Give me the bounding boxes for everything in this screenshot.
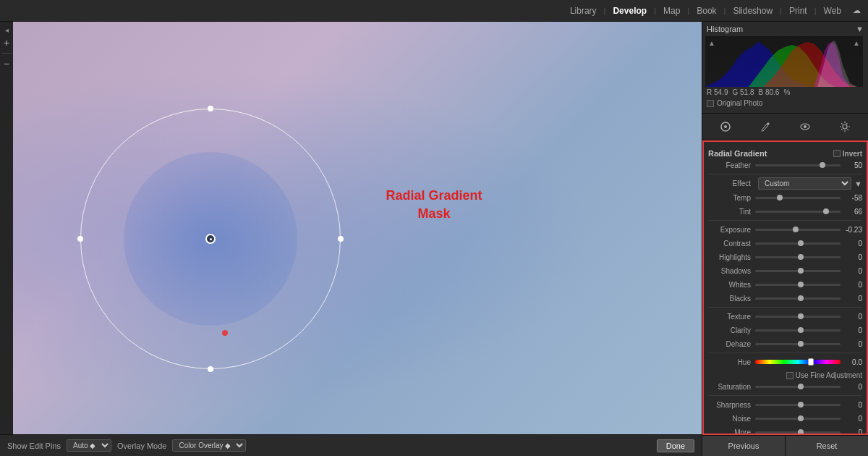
feather-thumb[interactable] bbox=[820, 162, 825, 168]
clarity-thumb[interactable] bbox=[798, 327, 804, 333]
show-edit-pins-select[interactable]: Auto ◆ bbox=[67, 439, 111, 452]
clarity-slider[interactable] bbox=[755, 329, 841, 332]
tint-thumb[interactable] bbox=[823, 208, 829, 214]
temp-slider[interactable] bbox=[755, 197, 841, 199]
hue-value: 0.0 bbox=[841, 358, 862, 366]
texture-thumb[interactable] bbox=[798, 313, 804, 319]
histogram-menu-icon[interactable]: ▼ bbox=[856, 25, 864, 33]
blacks-label: Blacks bbox=[708, 295, 755, 303]
svg-point-5 bbox=[843, 124, 847, 129]
nav-develop[interactable]: Develop bbox=[613, 6, 647, 16]
contrast-thumb[interactable] bbox=[798, 240, 804, 246]
clarity-label: Clarity bbox=[708, 326, 755, 334]
nav-map[interactable]: Map bbox=[663, 6, 680, 16]
texture-slider[interactable] bbox=[755, 316, 841, 318]
use-fine-checkbox[interactable] bbox=[786, 372, 793, 379]
radial-ctrl-rotate[interactable] bbox=[222, 330, 228, 336]
bottom-left-controls: Show Edit Pins Auto ◆ Overlay Mode Color… bbox=[7, 439, 246, 452]
nav-print[interactable]: Print bbox=[789, 6, 807, 16]
whites-slider[interactable] bbox=[755, 284, 841, 286]
bottom-right-controls: Done bbox=[657, 439, 694, 452]
radial-ctrl-left[interactable] bbox=[77, 236, 83, 242]
overlay-mode-select[interactable]: Color Overlay ◆ bbox=[172, 439, 246, 452]
blacks-thumb[interactable] bbox=[798, 295, 804, 301]
underexpose-warning[interactable]: ▲ bbox=[708, 39, 715, 47]
cloud-icon[interactable]: ☁ bbox=[853, 6, 861, 15]
invert-checkbox[interactable] bbox=[833, 150, 841, 157]
noise-value: 0 bbox=[841, 415, 862, 423]
effect-arrow[interactable]: ▼ bbox=[854, 180, 862, 188]
contrast-label: Contrast bbox=[708, 240, 755, 248]
saturation-slider[interactable] bbox=[755, 386, 841, 388]
expand-left-icon[interactable]: ◂ bbox=[5, 26, 9, 34]
contrast-value: 0 bbox=[841, 240, 862, 248]
saturation-thumb[interactable] bbox=[798, 384, 804, 389]
noise-label: Noise bbox=[708, 415, 755, 423]
exposure-thumb[interactable] bbox=[793, 227, 799, 232]
blacks-row: Blacks 0 bbox=[708, 292, 862, 304]
tint-value: 66 bbox=[841, 208, 862, 216]
exposure-label: Exposure bbox=[708, 226, 755, 234]
noise-thumb[interactable] bbox=[798, 415, 804, 421]
feather-slider[interactable] bbox=[755, 164, 841, 166]
highlights-slider[interactable] bbox=[755, 256, 841, 258]
whites-label: Whites bbox=[708, 281, 755, 289]
temp-thumb[interactable] bbox=[777, 195, 783, 200]
highlights-label: Highlights bbox=[708, 253, 755, 261]
blacks-slider[interactable] bbox=[755, 297, 841, 300]
original-photo-row: Original Photo bbox=[705, 98, 865, 110]
histogram-section: Histogram ▼ bbox=[702, 22, 868, 114]
nav-book[interactable]: Book bbox=[697, 6, 716, 16]
sharpness-thumb[interactable] bbox=[798, 402, 804, 408]
highlights-thumb[interactable] bbox=[798, 254, 804, 260]
radial-center-point[interactable] bbox=[205, 234, 216, 244]
dehaze-slider[interactable] bbox=[755, 343, 841, 345]
invert-control: Invert bbox=[833, 150, 862, 158]
done-button[interactable]: Done bbox=[657, 439, 694, 452]
more-thumb[interactable] bbox=[798, 429, 804, 435]
dehaze-thumb[interactable] bbox=[798, 341, 804, 347]
minus-icon[interactable]: − bbox=[4, 58, 9, 69]
nav-web[interactable]: Web bbox=[824, 6, 841, 16]
divider-3 bbox=[708, 307, 862, 308]
brush-tool-icon[interactable] bbox=[757, 118, 774, 135]
sharpness-slider[interactable] bbox=[755, 404, 841, 406]
main-layout: Radial Gradient Mask ◂ + − Show Edit Pin… bbox=[0, 22, 868, 456]
svg-point-4 bbox=[804, 125, 807, 128]
shadows-slider[interactable] bbox=[755, 270, 841, 272]
radial-ctrl-bottom[interactable] bbox=[208, 366, 213, 372]
radial-ctrl-right[interactable] bbox=[338, 236, 344, 242]
noise-slider[interactable] bbox=[755, 418, 841, 420]
effect-select[interactable]: Custom bbox=[758, 177, 851, 190]
top-nav-bar: Library | Develop | Map | Book | Slidesh… bbox=[0, 0, 868, 22]
tint-slider[interactable] bbox=[755, 211, 841, 213]
overexpose-warning[interactable]: ▲ bbox=[853, 39, 860, 47]
nav-library[interactable]: Library bbox=[570, 6, 597, 16]
r-value: R 54.9 bbox=[707, 88, 728, 96]
contrast-slider[interactable] bbox=[755, 242, 841, 245]
settings-tool-icon[interactable] bbox=[836, 118, 854, 135]
highlights-row: Highlights 0 bbox=[708, 251, 862, 263]
dehaze-row: Dehaze 0 bbox=[708, 338, 862, 350]
previous-button[interactable]: Previous bbox=[702, 436, 786, 456]
eye-tool-icon[interactable] bbox=[796, 118, 814, 135]
whites-thumb[interactable] bbox=[798, 282, 804, 287]
more-slider[interactable] bbox=[755, 431, 841, 434]
shadows-thumb[interactable] bbox=[798, 268, 804, 274]
temp-label: Temp bbox=[708, 194, 755, 202]
nav-slideshow[interactable]: Slideshow bbox=[733, 6, 773, 16]
canvas-area: Radial Gradient Mask ◂ + − Show Edit Pin… bbox=[0, 22, 702, 456]
show-edit-pins-label: Show Edit Pins bbox=[7, 442, 61, 450]
reset-button[interactable]: Reset bbox=[786, 436, 868, 456]
divider bbox=[1, 53, 12, 54]
hue-slider[interactable] bbox=[755, 360, 841, 364]
develop-panel: Radial Gradient Invert Feather 50 Effect bbox=[702, 140, 868, 435]
use-fine-label: Use Fine Adjustment bbox=[796, 371, 862, 379]
mask-tool-icon[interactable] bbox=[717, 118, 734, 135]
plus-icon[interactable]: + bbox=[4, 37, 9, 48]
svg-point-2 bbox=[724, 125, 727, 128]
exposure-slider[interactable] bbox=[755, 229, 841, 231]
hue-thumb[interactable] bbox=[808, 358, 814, 366]
checkbox-orig[interactable] bbox=[707, 100, 714, 107]
radial-ctrl-top[interactable] bbox=[208, 106, 213, 111]
